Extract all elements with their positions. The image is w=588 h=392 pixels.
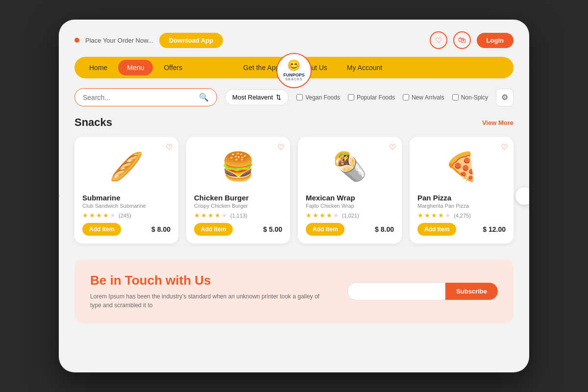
login-button[interactable]: Login	[477, 33, 514, 48]
add-submarine-button[interactable]: Add Item	[82, 223, 121, 236]
card-bottom-wrap: Add Item $ 8.00	[306, 223, 394, 236]
sort-button[interactable]: Most Relavent ⇅	[225, 89, 289, 105]
logo-name: FUNPOPS	[283, 73, 305, 78]
food-image-wrap: 🌯	[306, 145, 394, 189]
nav-bar: Home Menu Offers Get the App About Us My…	[74, 57, 514, 78]
nav-menu[interactable]: Menu	[118, 60, 153, 75]
food-sub-pizza: Margherita Pan Pizza	[417, 203, 506, 209]
add-pizza-button[interactable]: Add Item	[417, 223, 456, 236]
search-input[interactable]	[83, 94, 195, 101]
nav-account[interactable]: My Account	[338, 60, 391, 75]
review-submarine: (245)	[119, 213, 131, 219]
nav-home[interactable]: Home	[80, 60, 116, 75]
logo-sub: SNACKS	[283, 77, 305, 81]
add-burger-button[interactable]: Add Item	[194, 223, 233, 236]
wishlist-burger-icon[interactable]: ♡	[277, 143, 284, 152]
food-sub-wrap: Fajito Chicken Wrap	[306, 203, 394, 209]
food-card-mexican-wrap: ♡ 🌯 Mexican Wrap Fajito Chicken Wrap ★ ★…	[298, 137, 402, 244]
food-card-chicken-burger: ♡ 🍔 Chicken Burger Crispy Chicken Burger…	[186, 137, 290, 244]
add-wrap-button[interactable]: Add Item	[306, 223, 344, 236]
card-bottom-burger: Add Item $ 5.00	[194, 223, 282, 236]
price-burger: $ 5.00	[263, 225, 282, 233]
view-more-link[interactable]: View More	[482, 119, 514, 126]
search-icon: 🔍	[199, 93, 209, 102]
subscribe-title: Be in Touch with Us	[90, 273, 332, 288]
food-name-pizza: Pan Pizza	[417, 194, 506, 202]
top-bar-right: ♡ 🛍 Login	[430, 31, 514, 49]
popular-checkbox[interactable]	[348, 94, 354, 100]
filter-new-arrivals[interactable]: New Arrivals	[403, 94, 444, 101]
review-pizza: (4,275)	[454, 213, 471, 219]
subscribe-email-input[interactable]	[347, 282, 445, 300]
review-wrap: (1,021)	[342, 213, 359, 219]
stars-wrap: ★ ★ ★ ★ ★ (1,021)	[306, 212, 394, 219]
food-sub-submarine: Club Sandwich Submarine	[82, 203, 171, 209]
section-header: Snacks View More	[74, 116, 514, 129]
order-text: Place Your Order Now...	[85, 37, 153, 44]
food-grid: ♡ 🥖 Submarine Club Sandwich Submarine ★ …	[74, 137, 514, 244]
subscribe-right: Subscribe	[347, 282, 498, 300]
stars-burger: ★ ★ ★ ★ ★ (1,113)	[194, 212, 282, 219]
sort-label: Most Relavent	[232, 94, 273, 101]
food-card-submarine: ♡ 🥖 Submarine Club Sandwich Submarine ★ …	[74, 137, 178, 244]
price-pizza: $ 12.00	[483, 225, 506, 233]
filter-settings-button[interactable]: ⚙	[496, 89, 514, 106]
non-spicy-checkbox[interactable]	[452, 94, 459, 100]
food-sub-burger: Crispy Chicken Burger	[194, 203, 282, 209]
download-app-button[interactable]: Download App	[159, 33, 223, 48]
filter-vegan[interactable]: Vegan Foods	[296, 94, 340, 101]
cart-button[interactable]: 🛍	[453, 31, 471, 49]
filters-row: 🔍 Most Relavent ⇅ Vegan Foods Popular Fo…	[74, 88, 514, 106]
filter-popular[interactable]: Popular Foods	[348, 94, 395, 101]
top-bar: Place Your Order Now... Download App ♡ 🛍…	[74, 31, 514, 49]
new-arrivals-checkbox[interactable]	[403, 94, 409, 100]
food-name-burger: Chicken Burger	[194, 194, 282, 202]
card-bottom-submarine: Add Item $ 8.00	[82, 223, 171, 236]
price-submarine: $ 8.00	[151, 225, 171, 233]
price-wrap: $ 8.00	[375, 225, 394, 233]
food-card-pan-pizza: ♡ 🍕 Pan Pizza Margherita Pan Pizza ★ ★ ★…	[410, 137, 514, 244]
card-bottom-pizza: Add Item $ 12.00	[417, 223, 506, 236]
order-dot	[74, 38, 79, 43]
food-name-submarine: Submarine	[82, 194, 171, 202]
food-image-pizza: 🍕	[417, 145, 506, 189]
logo: 😊 FUNPOPS SNACKS	[276, 53, 312, 88]
food-image-burger: 🍔	[194, 145, 282, 189]
stars-submarine: ★ ★ ★ ★ ★ (245)	[82, 212, 171, 219]
stars-pizza: ★ ★ ★ ★ ★ (4,275)	[417, 212, 506, 219]
wishlist-button[interactable]: ♡	[430, 31, 447, 49]
filter-checkboxes: Vegan Foods Popular Foods New Arrivals N…	[296, 94, 488, 101]
food-image-submarine: 🥖	[82, 145, 171, 189]
logo-icon: 😊	[283, 59, 305, 72]
filter-non-spicy[interactable]: Non-Spicy	[452, 94, 488, 101]
subscribe-section: Be in Touch with Us Lorem Ipsum has been…	[74, 259, 514, 323]
section-title: Snacks	[74, 116, 112, 129]
nav-offers[interactable]: Offers	[155, 60, 191, 75]
subscribe-button[interactable]: Subscribe	[445, 283, 498, 300]
search-box[interactable]: 🔍	[74, 88, 217, 106]
wishlist-pizza-icon[interactable]: ♡	[501, 143, 508, 152]
sort-icon: ⇅	[276, 94, 281, 101]
top-bar-left: Place Your Order Now... Download App	[74, 33, 223, 48]
subscribe-left: Be in Touch with Us Lorem Ipsum has been…	[90, 273, 332, 310]
wishlist-wrap-icon[interactable]: ♡	[389, 143, 396, 152]
subscribe-desc: Lorem Ipsum has been the industry's stan…	[90, 292, 332, 310]
food-name-wrap: Mexican Wrap	[306, 194, 394, 202]
review-burger: (1,113)	[230, 213, 247, 219]
vegan-checkbox[interactable]	[296, 94, 303, 100]
wishlist-submarine-icon[interactable]: ♡	[166, 143, 172, 152]
